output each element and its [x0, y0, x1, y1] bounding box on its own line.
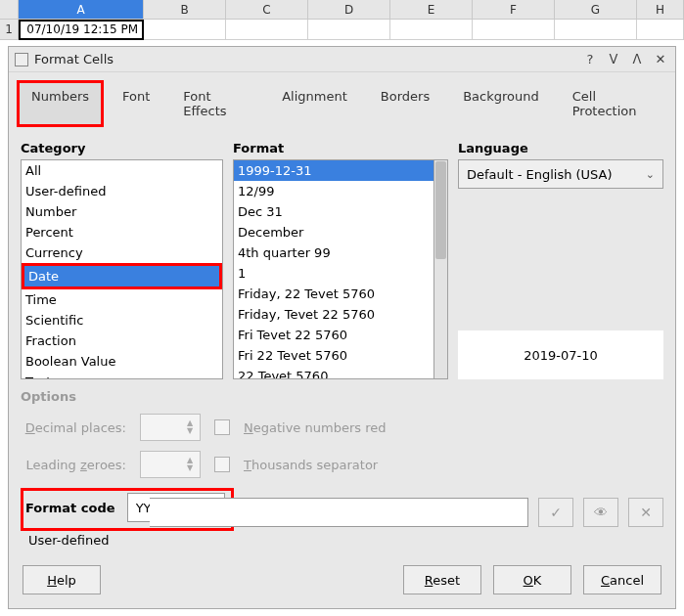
category-item-text[interactable]: Text: [22, 372, 222, 379]
decimal-places-spinner: ▲▼: [140, 414, 201, 441]
col-header-a[interactable]: A: [19, 0, 144, 20]
category-item-currency[interactable]: Currency: [22, 242, 222, 263]
user-defined-label: User-defined: [28, 533, 663, 548]
tab-cell-protection[interactable]: Cell Protection: [558, 80, 667, 127]
tab-alignment[interactable]: Alignment: [267, 80, 362, 127]
delete-format-button[interactable]: ✕: [628, 498, 663, 527]
cell-h1[interactable]: [637, 20, 684, 40]
spreadsheet: ABCDEFGH 1 07/10/19 12:15 PM: [0, 0, 684, 40]
format-item-5[interactable]: 1: [234, 263, 433, 284]
sheet-corner[interactable]: [0, 0, 19, 20]
format-item-10[interactable]: 22 Tevet 5760: [234, 366, 433, 379]
decimal-places-label: Decimal places:: [21, 420, 126, 435]
col-header-d[interactable]: D: [308, 0, 390, 20]
category-item-date[interactable]: Date: [24, 266, 219, 286]
format-cells-dialog: Format Cells ? ᐯ ᐱ ✕ NumbersFontFont Eff…: [8, 46, 676, 609]
category-item-user-defined[interactable]: User-defined: [22, 181, 222, 201]
format-code-input-ext[interactable]: [150, 498, 528, 527]
leading-zeroes-spinner: ▲▼: [140, 451, 201, 478]
titlebar-close-button[interactable]: ✕: [652, 52, 669, 66]
app-icon: [15, 53, 28, 66]
category-item-scientific[interactable]: Scientific: [22, 310, 222, 330]
cell-e1[interactable]: [390, 20, 473, 40]
add-comment-button[interactable]: 👁: [583, 498, 618, 527]
titlebar: Format Cells ? ᐯ ᐱ ✕: [9, 47, 675, 72]
tab-strip: NumbersFontFont EffectsAlignmentBordersB…: [9, 72, 675, 127]
titlebar-shade-button[interactable]: ᐯ: [605, 52, 622, 66]
category-listbox[interactable]: AllUser-definedNumberPercentCurrencyDate…: [21, 159, 223, 379]
preview-text: 2019-07-10: [524, 348, 598, 363]
apply-format-button[interactable]: ✓: [538, 498, 573, 527]
tab-font-effects[interactable]: Font Effects: [168, 80, 263, 127]
help-button[interactable]: Help: [23, 565, 101, 594]
tab-borders[interactable]: Borders: [366, 80, 444, 127]
negative-red-label: Negative numbers red: [244, 420, 386, 435]
thousands-sep-label: Thousands separator: [244, 458, 378, 472]
eye-icon: 👁: [594, 505, 608, 520]
row-header-1[interactable]: 1: [0, 20, 19, 40]
format-item-1[interactable]: 12/99: [234, 181, 433, 201]
titlebar-help-button[interactable]: ?: [581, 52, 599, 66]
col-header-e[interactable]: E: [390, 0, 473, 20]
format-item-8[interactable]: Fri Tevet 22 5760: [234, 325, 433, 345]
category-item-fraction[interactable]: Fraction: [22, 330, 222, 351]
format-listbox[interactable]: 1999-12-3112/99Dec 31December4th quarter…: [233, 159, 434, 379]
format-item-4[interactable]: 4th quarter 99: [234, 242, 433, 263]
language-select[interactable]: Default - English (USA) ⌄: [458, 159, 663, 189]
category-item-time[interactable]: Time: [22, 289, 222, 310]
reset-button[interactable]: Reset: [403, 565, 481, 594]
chevron-down-icon: ⌄: [646, 168, 655, 181]
language-label: Language: [458, 141, 663, 155]
cell-a1[interactable]: 07/10/19 12:15 PM: [19, 20, 144, 40]
format-item-2[interactable]: Dec 31: [234, 201, 433, 222]
category-label: Category: [21, 141, 223, 155]
format-item-3[interactable]: December: [234, 222, 433, 242]
col-header-b[interactable]: B: [144, 0, 226, 20]
negative-red-checkbox: [214, 419, 230, 435]
col-header-c[interactable]: C: [226, 0, 308, 20]
ok-button[interactable]: OK: [493, 565, 571, 594]
col-header-f[interactable]: F: [473, 0, 555, 20]
tab-font[interactable]: Font: [108, 80, 164, 127]
preview-box: 2019-07-10: [458, 330, 663, 379]
format-scrollbar[interactable]: [434, 159, 448, 379]
category-item-number[interactable]: Number: [22, 201, 222, 222]
col-header-h[interactable]: H: [637, 0, 684, 20]
scroll-thumb[interactable]: [435, 161, 446, 259]
format-item-9[interactable]: Fri 22 Tevet 5760: [234, 345, 433, 366]
col-header-g[interactable]: G: [555, 0, 637, 20]
sheet-row-1: 1 07/10/19 12:15 PM: [0, 20, 684, 40]
cell-f1[interactable]: [473, 20, 555, 40]
x-icon: ✕: [640, 505, 652, 520]
format-code-label: Format code: [25, 497, 123, 519]
category-item-all[interactable]: All: [22, 160, 222, 181]
dialog-title: Format Cells: [34, 52, 575, 66]
format-label: Format: [233, 141, 448, 155]
cancel-button[interactable]: Cancel: [583, 565, 661, 594]
options-label: Options: [21, 389, 663, 404]
tab-numbers[interactable]: Numbers: [17, 80, 104, 127]
format-item-0[interactable]: 1999-12-31: [234, 160, 433, 181]
thousands-sep-checkbox: [214, 457, 230, 472]
format-item-7[interactable]: Friday, Tevet 22 5760: [234, 304, 433, 325]
tab-background[interactable]: Background: [448, 80, 554, 127]
leading-zeroes-label: Leading zeroes:: [21, 458, 126, 472]
check-icon: ✓: [550, 505, 562, 520]
cell-g1[interactable]: [555, 20, 637, 40]
titlebar-up-button[interactable]: ᐱ: [628, 52, 646, 66]
cell-d1[interactable]: [308, 20, 390, 40]
category-item-percent[interactable]: Percent: [22, 222, 222, 242]
cell-b1[interactable]: [144, 20, 226, 40]
format-item-6[interactable]: Friday, 22 Tevet 5760: [234, 284, 433, 304]
category-item-boolean-value[interactable]: Boolean Value: [22, 351, 222, 372]
language-value: Default - English (USA): [467, 167, 613, 182]
cell-c1[interactable]: [226, 20, 308, 40]
